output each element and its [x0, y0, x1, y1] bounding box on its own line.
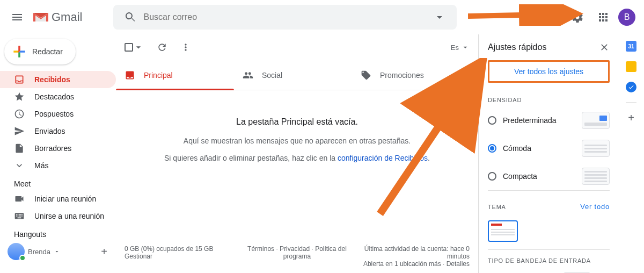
- compose-button[interactable]: Redactar: [4, 39, 76, 64]
- chevron-down-icon: [461, 43, 470, 52]
- radio-icon: [488, 116, 496, 125]
- meet-section-title: Meet: [0, 174, 116, 190]
- density-label: Cómoda: [503, 144, 575, 153]
- sidebar-item-label: Recibidos: [34, 75, 70, 84]
- inbox-type-default[interactable]: Predeterminada Personalizar: [488, 267, 610, 273]
- sidebar-item-label: Enviados: [34, 127, 65, 135]
- add-addon-icon[interactable]: +: [626, 112, 636, 123]
- inbox-type-title: TIPO DE BANDEJA DE ENTRADA: [488, 249, 610, 267]
- header: Gmail B: [0, 0, 644, 34]
- manage-link[interactable]: Gestionar: [125, 253, 239, 260]
- empty-config-line: Si quieres añadir o eliminar pestañas, h…: [132, 154, 462, 162]
- file-icon: [14, 143, 25, 154]
- avatar[interactable]: B: [618, 9, 635, 26]
- send-icon: [14, 126, 25, 136]
- footer-links[interactable]: Términos · Privacidad · Política del pro…: [239, 245, 354, 268]
- footer-storage: 0 GB (0%) ocupados de 15 GB Gestionar: [125, 245, 239, 268]
- no-chats-text: No hay chats recientes: [0, 262, 116, 273]
- sidebar-item-enviados[interactable]: Enviados: [0, 123, 116, 140]
- sidebar-item-label: Iniciar una reunión: [34, 195, 96, 203]
- sidebar-item-label: Pospuestos: [34, 110, 74, 118]
- language-picker[interactable]: Es: [451, 43, 470, 52]
- people-icon: [243, 70, 253, 81]
- hangouts-user-row[interactable]: Brenda +: [0, 241, 116, 262]
- gmail-logo[interactable]: Gmail: [32, 10, 82, 24]
- close-icon[interactable]: [599, 42, 610, 53]
- keyboard-icon: [14, 211, 25, 221]
- chevron-down-icon[interactable]: [133, 42, 144, 53]
- chevron-down-icon: [54, 248, 60, 255]
- density-title: DENSIDAD: [488, 89, 610, 106]
- gear-icon[interactable]: [567, 6, 588, 28]
- hangouts-avatar: [8, 243, 25, 260]
- sidebar-item-label: Destacados: [34, 92, 74, 101]
- footer-activity: Última actividad de la cuenta: hace 0 mi…: [355, 245, 470, 268]
- hangouts-section-title: Hangouts: [0, 225, 116, 241]
- search-options-icon[interactable]: [427, 11, 452, 24]
- checkbox-icon: [125, 43, 133, 52]
- tab-promociones[interactable]: Promociones: [352, 60, 470, 90]
- tabs: Principal Social Promociones: [116, 60, 478, 90]
- apps-icon[interactable]: [592, 6, 614, 28]
- toolbar: Es: [116, 34, 478, 60]
- density-default[interactable]: Predeterminada: [488, 106, 610, 134]
- sidebar: Redactar Recibidos Destacados Pospuestos…: [0, 34, 116, 273]
- sidebar-item-destacados[interactable]: Destacados: [0, 88, 116, 105]
- meet-start[interactable]: Iniciar una reunión: [0, 190, 116, 207]
- lang-label: Es: [451, 44, 459, 52]
- content: Es Principal Social Promociones: [116, 34, 644, 273]
- header-right: B: [567, 6, 640, 28]
- see-all-settings-button[interactable]: Ver todos los ajustes: [488, 60, 610, 83]
- main: Redactar Recibidos Destacados Pospuestos…: [0, 34, 644, 273]
- hangouts-username: Brenda: [28, 248, 50, 256]
- select-all[interactable]: [125, 42, 144, 53]
- inbox-icon: [125, 70, 135, 81]
- logo-text: Gmail: [52, 10, 82, 24]
- new-chat-icon[interactable]: +: [101, 246, 107, 258]
- qs-title: Ajustes rápidos: [488, 42, 546, 52]
- video-icon: [14, 193, 25, 204]
- radio-icon: [488, 172, 496, 181]
- sidebar-item-label: Borradores: [34, 144, 71, 153]
- tab-principal[interactable]: Principal: [116, 60, 234, 90]
- main-menu-icon[interactable]: [4, 4, 30, 30]
- compose-label: Redactar: [32, 47, 63, 56]
- meet-join[interactable]: Unirse a una reunión: [0, 207, 116, 225]
- theme-section: TEMA Ver todo: [488, 190, 610, 218]
- refresh-icon[interactable]: [157, 42, 167, 53]
- density-compact[interactable]: Compacta: [488, 162, 610, 190]
- more-icon[interactable]: [180, 42, 191, 53]
- side-panel: 31 +: [618, 34, 644, 273]
- density-label: Compacta: [503, 172, 575, 181]
- tab-social[interactable]: Social: [234, 60, 352, 90]
- empty-title: La pestaña Principal está vacía.: [132, 117, 462, 127]
- search-bar[interactable]: [113, 5, 457, 30]
- keep-icon[interactable]: [626, 61, 636, 72]
- sidebar-item-borradores[interactable]: Borradores: [0, 140, 116, 157]
- theme-thumbnail[interactable]: [488, 220, 518, 242]
- gmail-icon: [32, 11, 49, 24]
- qs-header: Ajustes rápidos: [488, 34, 610, 60]
- calendar-icon[interactable]: 31: [626, 41, 636, 52]
- sidebar-item-pospuestos[interactable]: Pospuestos: [0, 105, 116, 123]
- quick-settings-panel: Ajustes rápidos Ver todos los ajustes DE…: [479, 34, 618, 273]
- sidebar-item-mas[interactable]: Más: [0, 157, 116, 174]
- sidebar-item-label: Unirse a una reunión: [34, 212, 104, 220]
- density-preview: [582, 112, 610, 129]
- tab-label: Social: [262, 71, 282, 80]
- config-link[interactable]: configuración de Recibidos: [338, 154, 428, 162]
- sidebar-item-recibidos[interactable]: Recibidos: [0, 71, 116, 88]
- star-icon: [14, 91, 25, 102]
- density-preview: [582, 140, 610, 157]
- tasks-icon[interactable]: [626, 82, 636, 92]
- footer: 0 GB (0%) ocupados de 15 GB Gestionar Té…: [116, 240, 478, 273]
- density-preview: [582, 168, 610, 185]
- separator: [626, 102, 636, 103]
- clock-icon: [14, 109, 25, 119]
- search-input[interactable]: [143, 12, 427, 22]
- density-comfortable[interactable]: Cómoda: [488, 134, 610, 162]
- tag-icon: [361, 70, 371, 81]
- empty-state: La pestaña Principal está vacía. Aquí se…: [116, 90, 478, 187]
- search-icon[interactable]: [118, 11, 143, 24]
- see-all-themes-link[interactable]: Ver todo: [580, 203, 610, 211]
